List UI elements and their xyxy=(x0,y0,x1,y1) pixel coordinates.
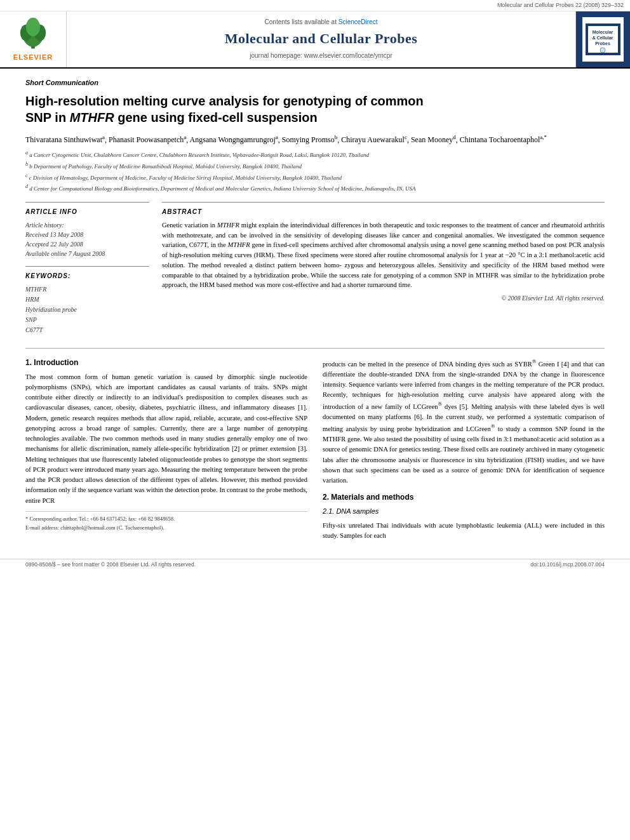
intro-body-text: The most common form of human genetic va… xyxy=(25,372,307,506)
svg-point-10 xyxy=(600,48,605,53)
journal-homepage: journal homepage: www.elsevier.com/locat… xyxy=(250,51,392,60)
page: Molecular and Cellular Probes 22 (2008) … xyxy=(0,0,630,840)
journal-center: Contents lists available at ScienceDirec… xyxy=(67,11,576,67)
article-info-heading: ARTICLE INFO xyxy=(25,208,149,217)
footer-bar: 0890-8508/$ – see front matter © 2008 El… xyxy=(0,559,630,571)
journal-logo-right: Molecular & Cellular Probes xyxy=(576,11,630,67)
svg-point-4 xyxy=(26,17,40,36)
article-body: Short Communication High-resolution melt… xyxy=(0,69,630,348)
article-info-column: ARTICLE INFO Article history: Received 1… xyxy=(25,202,149,335)
keyword-mthfr: MTHFR xyxy=(25,284,149,295)
journal-logo-icon: Molecular & Cellular Probes xyxy=(586,23,620,55)
keyword-snp: SNP xyxy=(25,315,149,325)
sciencedirect-line: Contents lists available at ScienceDirec… xyxy=(265,18,378,27)
authors-line: Thivaratana Sinthuwiwata, Phanasit Poowa… xyxy=(25,133,605,145)
main-content: 1. Introduction The most common form of … xyxy=(0,357,630,559)
elsevier-logo: ELSEVIER xyxy=(0,11,67,67)
keywords-heading: Keywords: xyxy=(25,272,149,281)
keyword-c677t: C677T xyxy=(25,325,149,335)
article-info-abstract: ARTICLE INFO Article history: Received 1… xyxy=(25,202,605,335)
two-column-main: 1. Introduction The most common form of … xyxy=(25,357,605,546)
sciencedirect-link[interactable]: ScienceDirect xyxy=(338,18,378,25)
dna-samples-text: Fifty-six unrelated Thai individuals wit… xyxy=(323,521,605,542)
affiliations: a a Cancer Cytogenetic Unit, Chulabhorn … xyxy=(25,149,605,192)
svg-text:& Cellular: & Cellular xyxy=(593,36,613,40)
abstract-heading: ABSTRACT xyxy=(162,208,605,217)
keywords-list: MTHFR HRM Hybridization probe SNP C677T xyxy=(25,284,149,335)
elsevier-tree-icon xyxy=(14,17,52,51)
section-divider xyxy=(25,348,605,349)
footnotes: * Corresponding author. Tel.: +66 84 637… xyxy=(25,511,307,532)
dna-samples-section-title: 2.1. DNA samples xyxy=(323,507,605,516)
keyword-hrm: HRM xyxy=(25,295,149,305)
keyword-hybridization: Hybridization probe xyxy=(25,305,149,315)
elsevier-label: ELSEVIER xyxy=(13,53,53,62)
keywords-section: Keywords: MTHFR HRM Hybridization probe … xyxy=(25,266,149,335)
journal-header: ELSEVIER Contents lists available at Sci… xyxy=(0,11,630,69)
journal-reference: Molecular and Cellular Probes 22 (2008) … xyxy=(0,0,630,11)
abstract-column: ABSTRACT Genetic variation in MTHFR migh… xyxy=(162,202,605,335)
journal-title: Molecular and Cellular Probes xyxy=(225,29,418,49)
main-right-column: products can be melted in the presence o… xyxy=(323,357,605,546)
svg-text:Probes: Probes xyxy=(595,41,610,46)
svg-text:Molecular: Molecular xyxy=(593,30,613,34)
intro-body-text-right: products can be melted in the presence o… xyxy=(323,357,605,486)
copyright-line: © 2008 Elsevier Ltd. All rights reserved… xyxy=(162,294,605,303)
abstract-text: Genetic variation in MTHFR might explain… xyxy=(162,220,605,290)
materials-section-title: 2. Materials and methods xyxy=(323,492,605,503)
article-type: Short Communication xyxy=(25,78,605,88)
intro-section-title: 1. Introduction xyxy=(25,357,307,368)
article-history: Article history: Received 13 May 2008 Ac… xyxy=(25,220,149,258)
main-left-column: 1. Introduction The most common form of … xyxy=(25,357,307,546)
article-title: High-resolution melting curve analysis f… xyxy=(25,93,605,126)
journal-logo-box: Molecular & Cellular Probes xyxy=(582,17,624,62)
